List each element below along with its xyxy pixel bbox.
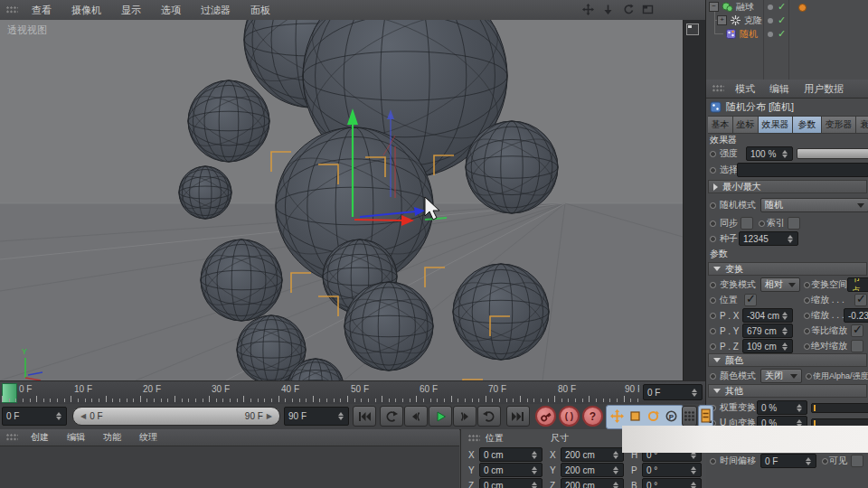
transform-mode-dropdown[interactable]: 相对 <box>760 277 800 292</box>
menu-create[interactable]: 创建 <box>22 431 58 444</box>
attr-menu-mode[interactable]: 模式 <box>728 82 762 96</box>
spinner[interactable] <box>612 450 619 460</box>
keyframe-dot[interactable] <box>710 297 716 304</box>
tab-parameters[interactable]: 参数 <box>793 116 822 134</box>
next-frame-button[interactable] <box>453 406 476 427</box>
tree-item-metaball[interactable]: − 融球 <box>709 0 754 14</box>
attr-menu-userdata[interactable]: 用户数据 <box>797 82 851 96</box>
keyframe-dot[interactable] <box>710 167 716 174</box>
play-backward-button[interactable] <box>380 406 403 427</box>
sync-checkbox[interactable] <box>741 217 753 230</box>
keyframe-dot[interactable] <box>710 313 716 319</box>
px-field[interactable]: -304 cm <box>742 308 793 323</box>
weight-transform-slider[interactable] <box>811 403 868 413</box>
visibility-dot[interactable] <box>768 5 773 10</box>
detach-panel-icon[interactable] <box>686 23 699 35</box>
keyframe-dot[interactable] <box>710 343 716 350</box>
keyframe-dot[interactable] <box>710 202 716 209</box>
menu-options[interactable]: 选项 <box>151 4 191 17</box>
spinner[interactable] <box>337 411 344 421</box>
tab-falloff[interactable]: 衰减 <box>856 116 868 134</box>
keyframe-dot[interactable] <box>822 458 828 465</box>
selection-field[interactable] <box>737 163 868 177</box>
keyframe-dot[interactable] <box>806 373 812 380</box>
tree-item-random[interactable]: 随机 <box>725 27 758 41</box>
tab-effector[interactable]: 效果器 <box>759 116 793 134</box>
keyframe-dot[interactable] <box>804 282 810 288</box>
keyframe-dot[interactable] <box>710 458 716 465</box>
enable-check-icon[interactable]: ✓ <box>778 1 786 13</box>
menu-display[interactable]: 显示 <box>111 4 151 17</box>
ruler-frame-field[interactable]: 0 F <box>643 384 703 400</box>
absolute-scale-checkbox[interactable] <box>851 340 863 352</box>
visibility-dot[interactable] <box>768 32 773 37</box>
previous-frame-button[interactable] <box>404 406 428 427</box>
other-section-header[interactable]: 其他 <box>708 384 867 398</box>
tab-deformer[interactable]: 变形器 <box>822 116 856 134</box>
keyframe-dot[interactable] <box>710 221 716 227</box>
spinner[interactable] <box>531 481 538 488</box>
spinner[interactable] <box>787 234 794 244</box>
spinner[interactable] <box>805 456 812 466</box>
rot-p-field[interactable]: 0 ° <box>642 463 702 477</box>
transform-space-value[interactable]: 节点 <box>847 277 868 292</box>
keyframe-dot[interactable] <box>804 328 810 334</box>
play-forward-button[interactable] <box>477 406 501 427</box>
menu-camera[interactable]: 摄像机 <box>61 4 111 17</box>
spinner[interactable] <box>781 149 788 159</box>
attr-menu-edit[interactable]: 编辑 <box>762 82 797 96</box>
range-right-arrow-icon[interactable]: ▶ <box>267 412 272 420</box>
menu-view[interactable]: 查看 <box>22 4 61 17</box>
position-checkbox[interactable] <box>744 294 757 306</box>
scale-value-field[interactable]: -0.23 <box>844 308 868 323</box>
keyframe-dot[interactable] <box>710 236 716 242</box>
uniform-scale-checkbox[interactable] <box>851 324 863 337</box>
tag-dot-icon[interactable] <box>798 4 807 12</box>
menu-edit[interactable]: 编辑 <box>58 431 94 444</box>
viewport-canvas[interactable]: Y 透视视图 <box>0 20 683 380</box>
range-left-arrow-icon[interactable]: ◀ <box>80 412 86 420</box>
key-rotation-button[interactable] <box>645 408 662 425</box>
spinner[interactable] <box>612 465 619 475</box>
spinner[interactable] <box>55 411 62 421</box>
index-checkbox[interactable] <box>788 217 800 230</box>
viewport-title[interactable]: 透视视图 <box>7 23 47 37</box>
menu-texture[interactable]: 纹理 <box>130 431 166 444</box>
menu-panel[interactable]: 面板 <box>241 4 280 17</box>
object-label[interactable]: 融球 <box>736 1 754 14</box>
spinner[interactable] <box>781 326 788 336</box>
spinner[interactable] <box>796 403 803 413</box>
scale-checkbox[interactable] <box>854 294 867 306</box>
x-axis-arrow[interactable] <box>354 220 403 221</box>
spinner[interactable] <box>612 481 619 488</box>
keyframe-dot[interactable] <box>804 343 810 350</box>
menu-filter[interactable]: 过滤器 <box>191 4 241 17</box>
viewport-move-icon[interactable] <box>582 4 594 15</box>
pz-field[interactable]: 109 cm <box>742 339 793 353</box>
preview-range-slider[interactable]: ◀ 0 F 90 F ▶ <box>72 407 280 426</box>
spinner[interactable] <box>531 450 538 460</box>
pos-y-field[interactable]: 0 cm <box>479 463 542 477</box>
play-button[interactable] <box>429 406 452 427</box>
key-position-button[interactable] <box>609 408 626 425</box>
key-parameter-button[interactable]: P <box>663 408 680 425</box>
minmax-section-header[interactable]: 最小/最大 <box>708 180 867 193</box>
visibility-dot[interactable] <box>768 18 773 23</box>
transform-section-header[interactable]: 变换 <box>708 262 867 276</box>
ruler-track[interactable]: 0 F 10 F 20 F 30 F 40 F 50 F 60 F 70 F 8… <box>0 381 639 404</box>
end-frame-field[interactable]: 90 F <box>284 407 349 426</box>
keyframe-dot[interactable] <box>710 282 716 288</box>
weight-transform-field[interactable]: 0 % <box>757 400 807 415</box>
drag-grip-icon[interactable] <box>6 434 18 442</box>
autokey-button[interactable]: ( ) <box>559 406 580 427</box>
py-field[interactable]: 679 cm <box>742 324 793 338</box>
strength-slider[interactable] <box>797 148 868 159</box>
color-mode-dropdown[interactable]: 关闭 <box>760 369 802 383</box>
object-label-selected[interactable]: 随机 <box>740 28 758 41</box>
color-section-header[interactable]: 颜色 <box>708 353 867 367</box>
keyframe-selection-button[interactable]: ? <box>582 406 603 427</box>
drag-grip-icon[interactable] <box>468 435 480 443</box>
key-scale-button[interactable] <box>627 408 644 425</box>
size-y-field[interactable]: 200 cm <box>561 463 624 477</box>
key-pla-button[interactable] <box>682 406 697 427</box>
